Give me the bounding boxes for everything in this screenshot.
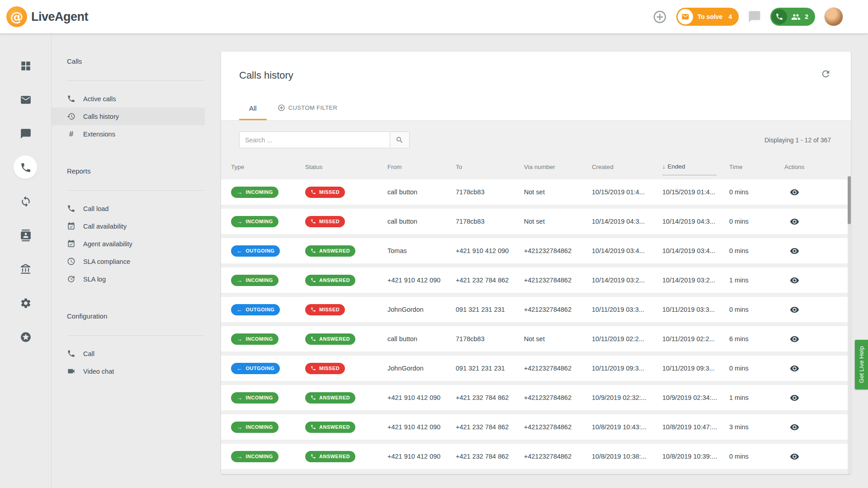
user-avatar[interactable] [824,7,843,26]
sidebar-item-sla-log[interactable]: SLA log [52,270,205,288]
outgoing-arrow-icon: ← [236,248,243,254]
table-scrollbar[interactable] [848,176,851,474]
view-call-button[interactable] [788,421,801,434]
sidebar-item-label: Calls history [83,113,119,120]
chat-icon [20,128,32,140]
view-call-button[interactable] [788,333,801,346]
refresh-button[interactable] [821,69,831,79]
call-row[interactable]: →INCOMINGANSWERED+421 910 412 090+421 23… [221,385,851,410]
via-number-cell: +421232784862 [524,394,592,401]
rail-item-phone[interactable] [9,150,42,184]
column-header-from[interactable]: From [387,164,456,175]
rail-item-chat[interactable] [9,117,42,150]
sidebar-item-call-availability[interactable]: Call availability [52,217,205,235]
call-row[interactable]: →INCOMINGANSWEREDcall button7178cb83Not … [221,326,851,352]
sidebar-item-call[interactable]: Call [52,345,205,362]
ended-cell: 10/15/2019 01:4... [662,188,729,196]
column-header-time[interactable]: Time [729,164,784,175]
view-call-button[interactable] [788,303,801,316]
sidebar-item-extensions[interactable]: #Extensions [52,125,205,143]
call-row[interactable]: →INCOMINGANSWERED+421 910 412 090+421 23… [221,267,851,293]
tab-all[interactable]: All [239,102,267,120]
phone-icon [67,204,75,213]
time-cell: 0 mins [729,218,784,225]
sidebar-item-label: SLA log [83,276,106,283]
column-header-to[interactable]: To [456,164,524,175]
view-call-button[interactable] [788,186,801,199]
view-call-button[interactable] [788,450,801,463]
chats-button[interactable] [748,10,761,23]
sidebar-item-sla-compliance[interactable]: SLA compliance [52,253,205,270]
rail-item-sync[interactable] [9,184,42,218]
phone-icon [311,277,316,283]
rail-item-dashboard[interactable] [9,49,42,83]
created-cell: 10/14/2019 04:3... [592,218,662,225]
sidenav: CallsActive callsCalls history#Extension… [52,33,205,488]
ended-cell: 10/14/2019 04:3... [662,218,729,225]
sidebar-item-call-load[interactable]: Call load [52,200,205,217]
call-row[interactable]: →INCOMINGMISSEDcall button7178cb83Not se… [221,179,851,205]
get-live-help-button[interactable]: Get Live Help [855,340,868,389]
time-cell: 3 mins [729,423,784,431]
star-icon [20,331,32,343]
outgoing-arrow-icon: ← [236,307,243,313]
sidebar-item-video-chat[interactable]: Video chat [52,362,205,380]
eye-icon [790,246,799,256]
scrollbar-thumb[interactable] [848,176,851,224]
tab-custom-filter[interactable]: CUSTOM FILTER [273,101,348,120]
sidebar-item-agent-availability[interactable]: Agent availability [52,235,205,253]
to-solve-count: 4 [728,13,732,20]
view-call-button[interactable] [788,362,801,375]
view-call-button[interactable] [788,244,801,258]
calls-online-button[interactable]: 2 [770,8,815,26]
actions-cell [784,244,851,258]
type-badge: ←OUTGOING [231,245,280,257]
incoming-arrow-icon: → [236,454,243,460]
view-call-button[interactable] [788,215,801,228]
rail-item-star[interactable] [9,320,42,354]
phone-icon [311,424,316,430]
contacts-icon [20,230,32,241]
time-cell: 1 mins [729,277,784,284]
call-row[interactable]: ←OUTGOINGMISSEDJohnGordon091 321 231 231… [221,297,851,322]
view-call-button[interactable] [788,274,801,287]
column-header-via-number[interactable]: Via number [524,164,592,175]
call-row[interactable]: ←OUTGOINGANSWEREDTomas+421 910 412 090+4… [221,238,851,263]
column-header-type[interactable]: Type [231,164,305,175]
call-row[interactable]: →INCOMINGANSWERED+421 910 412 090+421 23… [221,444,851,469]
column-header-status[interactable]: Status [305,164,387,175]
app-logo[interactable]: @ LiveAgent [6,6,88,27]
from-cell: +421 910 412 090 [387,394,456,401]
sidebar-item-calls-history[interactable]: Calls history [52,108,205,125]
column-header-actions[interactable]: Actions [784,164,851,175]
call-row[interactable]: →INCOMINGANSWERED+421 910 412 090+421 23… [221,414,851,440]
incoming-arrow-icon: → [236,336,243,342]
to-solve-button[interactable]: To solve 4 [676,8,739,26]
rail-item-contacts[interactable] [9,218,42,252]
search-input[interactable] [239,131,390,148]
search-box [239,131,410,148]
add-new-button[interactable] [652,9,667,24]
sort-desc-icon: ↓ [662,163,665,170]
time-cell: 0 mins [729,365,784,372]
ended-cell: 10/14/2019 03:2... [662,277,729,284]
rail-item-settings[interactable] [9,286,42,320]
from-cell: JohnGordon [387,365,456,372]
actions-cell [784,421,851,434]
view-call-button[interactable] [788,391,801,404]
call-row[interactable]: →INCOMINGMISSEDcall button7178cb83Not se… [221,209,851,234]
type-cell: →INCOMING [231,333,305,345]
time-cell: 0 mins [729,188,784,196]
time-cell: 0 mins [729,306,784,313]
sidebar-item-active-calls[interactable]: Active calls [52,90,205,108]
sync-icon [20,196,32,207]
call-row[interactable]: ←OUTGOINGMISSEDJohnGordon091 321 231 231… [221,356,851,381]
search-button[interactable] [390,131,410,148]
column-header-ended[interactable]: ↓Ended [662,163,717,175]
rail-item-bank[interactable] [9,252,42,286]
rail-item-mail[interactable] [9,83,42,117]
created-cell: 10/11/2019 02:2... [592,335,662,343]
clock-icon [67,257,75,266]
column-header-created[interactable]: Created [592,164,662,175]
eye-icon [790,217,799,226]
